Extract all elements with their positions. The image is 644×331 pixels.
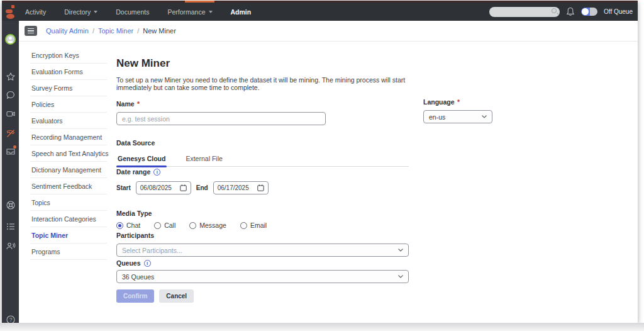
nav-label: Directory xyxy=(64,8,91,16)
chevron-down-icon xyxy=(398,275,403,278)
queues-label: Queues xyxy=(116,259,141,267)
cancel-button[interactable]: Cancel xyxy=(159,289,194,303)
sidebar-item-encryption-keys[interactable]: Encryption Keys xyxy=(30,47,107,64)
participants-select[interactable]: Select Participants... xyxy=(116,244,409,257)
nav-label: Activity xyxy=(25,8,46,16)
queues-select[interactable]: 36 Queues xyxy=(116,270,409,283)
media-type-label: Media Type xyxy=(116,210,152,217)
sidebar-item-dictionary-management[interactable]: Dictionary Management xyxy=(30,162,107,178)
language-select[interactable]: en-us xyxy=(423,110,492,123)
chat-bubble-icon[interactable] xyxy=(2,90,19,100)
svg-text:?: ? xyxy=(9,317,12,323)
breadcrumb-link-topic-miner[interactable]: Topic Miner xyxy=(98,27,133,35)
radio-email[interactable]: Email xyxy=(240,222,267,229)
search-input[interactable] xyxy=(489,7,560,17)
radio-message[interactable]: Message xyxy=(189,222,226,229)
agent-speaking-icon[interactable] xyxy=(2,241,19,251)
window-bottom-shadow xyxy=(0,323,644,331)
confirm-button[interactable]: Confirm xyxy=(116,289,154,303)
nav-item-directory[interactable]: Directory xyxy=(64,3,97,21)
data-source-tabs: Genesys Cloud External File xyxy=(116,153,409,167)
required-asterisk: * xyxy=(137,100,140,108)
media-type-options: Chat Call Message Email xyxy=(116,222,267,229)
start-date-value: 06/08/2025 xyxy=(140,184,172,191)
breadcrumb-separator: / xyxy=(92,27,94,35)
date-range-group: Date range i Start 06/08/2025 xyxy=(116,168,269,194)
name-label: Name xyxy=(116,100,135,108)
sidebar-item-recording-management[interactable]: Recording Management xyxy=(30,129,107,145)
end-date-input[interactable]: 06/17/2025 xyxy=(213,181,269,194)
global-search xyxy=(489,7,560,17)
radio-label: Call xyxy=(164,222,175,229)
sidebar-item-sentiment-feedback[interactable]: Sentiment Feedback xyxy=(30,178,107,194)
radio-chat[interactable]: Chat xyxy=(116,222,140,229)
nav-item-activity[interactable]: Activity xyxy=(25,3,46,21)
start-label: Start xyxy=(116,184,131,191)
phone-disabled-icon[interactable] xyxy=(2,128,19,138)
info-icon[interactable]: i xyxy=(153,169,160,176)
sidebar-item-evaluation-forms[interactable]: Evaluation Forms xyxy=(30,64,107,80)
participants-group: Participants Select Participants... xyxy=(116,229,409,257)
content-area: Encryption Keys Evaluation Forms Survey … xyxy=(19,42,638,323)
sidebar-item-interaction-categories[interactable]: Interaction Categories xyxy=(30,211,107,227)
chevron-down-icon xyxy=(482,115,487,118)
person-icon xyxy=(6,35,14,43)
sidebar-item-survey-forms[interactable]: Survey Forms xyxy=(30,80,107,96)
sidebar-item-topic-miner[interactable]: Topic Miner xyxy=(30,227,107,244)
tab-genesys-cloud[interactable]: Genesys Cloud xyxy=(116,153,167,166)
end-date-value: 06/17/2025 xyxy=(218,184,249,191)
list-icon[interactable] xyxy=(2,222,19,232)
favorites-star-icon[interactable] xyxy=(2,72,19,82)
nav-item-documents[interactable]: Documents xyxy=(116,3,149,21)
breadcrumb-link-quality-admin[interactable]: Quality Admin xyxy=(46,27,89,35)
app-screen: Activity Directory Documents Performance… xyxy=(0,0,644,331)
caret-down-icon xyxy=(209,11,213,13)
breadcrumb-bar: Quality Admin / Topic Miner / New Miner xyxy=(19,21,638,42)
notifications-bell-icon[interactable] xyxy=(566,7,575,16)
sidebar-item-policies[interactable]: Policies xyxy=(30,96,107,113)
left-icon-rail: ? xyxy=(2,21,19,323)
date-range-label: Date range xyxy=(116,168,150,176)
voicemail-inbox-icon[interactable] xyxy=(2,147,19,157)
app-window: Activity Directory Documents Performance… xyxy=(2,1,638,323)
sidebar-item-topics[interactable]: Topics xyxy=(30,194,107,211)
support-ring-icon[interactable] xyxy=(2,200,19,210)
video-camera-icon[interactable] xyxy=(2,109,19,119)
radio-label: Chat xyxy=(126,222,140,229)
info-icon[interactable]: i xyxy=(144,260,151,267)
name-input[interactable] xyxy=(116,112,326,125)
new-miner-form: New Miner To set up a new Miner you need… xyxy=(116,42,431,91)
radio-button xyxy=(154,222,161,229)
calendar-icon[interactable] xyxy=(180,184,187,191)
tab-external-file[interactable]: External File xyxy=(184,153,223,166)
nav-label: Performance xyxy=(167,8,205,16)
sidebar-item-programs[interactable]: Programs xyxy=(30,244,107,260)
radio-button xyxy=(189,222,196,229)
sidebar-item-speech-text-analytics[interactable]: Speech and Text Analytics xyxy=(30,145,107,162)
name-field-group: Name * xyxy=(116,98,326,125)
queue-status-toggle[interactable] xyxy=(581,8,597,16)
sidebar-item-evaluators[interactable]: Evaluators xyxy=(30,113,107,129)
end-label: End xyxy=(196,184,208,191)
search-icon xyxy=(552,8,557,13)
caret-down-icon xyxy=(94,11,97,13)
language-value: en-us xyxy=(429,113,445,121)
data-source-group: Data Source Genesys Cloud External File xyxy=(116,137,409,167)
radio-button-selected xyxy=(116,222,123,229)
nav-label: Documents xyxy=(116,8,149,16)
nav-label: Admin xyxy=(231,8,252,16)
radio-label: Email xyxy=(250,222,267,229)
nav-item-admin[interactable]: Admin xyxy=(231,3,252,21)
radio-call[interactable]: Call xyxy=(154,222,175,229)
start-date-input[interactable]: 06/08/2025 xyxy=(136,181,191,194)
menu-toggle-button[interactable] xyxy=(25,26,37,36)
user-avatar[interactable] xyxy=(2,34,19,45)
genesys-logo-icon xyxy=(2,3,19,21)
language-label: Language xyxy=(423,98,455,106)
toggle-knob xyxy=(582,8,589,15)
calendar-icon[interactable] xyxy=(257,184,264,191)
breadcrumb: Quality Admin / Topic Miner / New Miner xyxy=(46,27,176,35)
topbar-right-group: Off Queue xyxy=(489,7,638,17)
chevron-down-icon xyxy=(398,249,403,252)
nav-item-performance[interactable]: Performance xyxy=(167,3,212,21)
